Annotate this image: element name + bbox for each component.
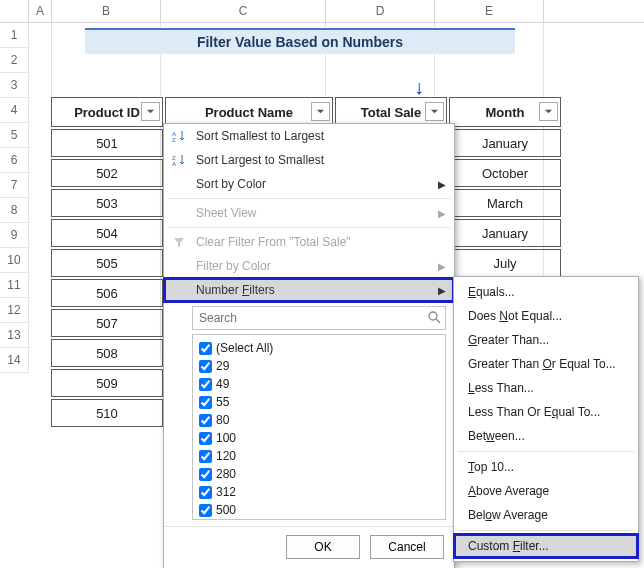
row-head[interactable]: 11 <box>0 273 28 298</box>
value-row[interactable]: 312 <box>199 483 439 501</box>
filter-greater[interactable]: Greater Than... <box>454 328 638 352</box>
sort-desc-icon: ZA <box>170 153 188 167</box>
filter-button[interactable] <box>311 102 330 121</box>
clear-filter-icon <box>170 235 188 249</box>
col-head-a[interactable]: A <box>29 0 52 22</box>
svg-point-4 <box>429 312 437 320</box>
value-row[interactable]: 280 <box>199 465 439 483</box>
row-head[interactable]: 7 <box>0 173 28 198</box>
value-row[interactable]: 500 <box>199 501 439 519</box>
header-label: Product Name <box>205 105 293 120</box>
col-head-c[interactable]: C <box>161 0 326 22</box>
filter-values-list[interactable]: (Select All) 29 49 55 80 100 120 280 312… <box>192 334 446 520</box>
filter-greater-eq[interactable]: Greater Than Or Equal To... <box>454 352 638 376</box>
row-head[interactable]: 9 <box>0 223 28 248</box>
search-icon <box>427 310 441 327</box>
menu-label: Filter by Color <box>196 259 271 273</box>
number-filters-submenu: Equals... Does Not Equal... Greater Than… <box>453 276 639 562</box>
check-label: 49 <box>216 377 229 391</box>
row-head[interactable]: 6 <box>0 148 28 173</box>
page-title: Filter Value Based on Numbers <box>85 28 515 54</box>
row-head[interactable]: 3 <box>0 73 28 98</box>
row-head[interactable]: 14 <box>0 348 28 373</box>
search-input[interactable] <box>197 310 427 326</box>
chevron-right-icon: ▶ <box>438 261 446 272</box>
ok-button[interactable]: OK <box>286 535 360 559</box>
column-headers: A B C D E <box>0 0 644 23</box>
menu-label: Number Filters <box>196 283 275 297</box>
chevron-right-icon: ▶ <box>438 179 446 190</box>
value-row[interactable]: 55 <box>199 393 439 411</box>
cancel-button[interactable]: Cancel <box>370 535 444 559</box>
header-label: Month <box>486 105 525 120</box>
menu-label: Clear Filter From "Total Sale" <box>196 235 351 249</box>
select-all-row[interactable]: (Select All) <box>199 339 439 357</box>
filter-search[interactable] <box>192 306 446 330</box>
col-head-d[interactable]: D <box>326 0 435 22</box>
check-label: 80 <box>216 413 229 427</box>
header-product-id[interactable]: Product ID <box>51 97 163 127</box>
checkbox[interactable] <box>199 486 212 499</box>
filter-above-avg[interactable]: Above Average <box>454 479 638 503</box>
row-head[interactable]: 13 <box>0 323 28 348</box>
filter-button[interactable] <box>141 102 160 121</box>
value-row[interactable]: 80 <box>199 411 439 429</box>
number-filters[interactable]: Number Filters ▶ <box>164 278 454 302</box>
filter-button[interactable] <box>425 102 444 121</box>
checkbox[interactable] <box>199 468 212 481</box>
filter-equals[interactable]: Equals... <box>454 280 638 304</box>
filter-less[interactable]: Less Than... <box>454 376 638 400</box>
filter-top10[interactable]: Top 10... <box>454 455 638 479</box>
checkbox[interactable] <box>199 342 212 355</box>
col-head-e[interactable]: E <box>435 0 544 22</box>
filter-by-color: Filter by Color ▶ <box>164 254 454 278</box>
menu-label: Sort by Color <box>196 177 266 191</box>
checkbox[interactable] <box>199 450 212 463</box>
header-label: Total Sale <box>361 105 421 120</box>
value-row[interactable]: 100 <box>199 429 439 447</box>
row-head[interactable]: 12 <box>0 298 28 323</box>
chevron-right-icon: ▶ <box>438 285 446 296</box>
checkbox[interactable] <box>199 378 212 391</box>
filter-button[interactable] <box>539 102 558 121</box>
menu-label: Sheet View <box>196 206 257 220</box>
checkbox[interactable] <box>199 414 212 427</box>
checkbox[interactable] <box>199 504 212 517</box>
menu-label: Sort Largest to Smallest <box>196 153 324 167</box>
row-head[interactable]: 1 <box>0 23 28 48</box>
header-label: Product ID <box>74 105 140 120</box>
row-head[interactable]: 4 <box>0 98 28 123</box>
value-row[interactable]: 29 <box>199 357 439 375</box>
sort-descending[interactable]: ZA Sort Largest to Smallest <box>164 148 454 172</box>
chevron-right-icon: ▶ <box>438 208 446 219</box>
check-label: (Select All) <box>216 341 273 355</box>
row-head[interactable]: 5 <box>0 123 28 148</box>
check-label: 280 <box>216 467 236 481</box>
value-row[interactable]: 120 <box>199 447 439 465</box>
sort-by-color[interactable]: Sort by Color ▶ <box>164 172 454 196</box>
checkbox[interactable] <box>199 432 212 445</box>
check-label: 120 <box>216 449 236 463</box>
filter-below-avg[interactable]: Below Average <box>454 503 638 527</box>
clear-filter: Clear Filter From "Total Sale" <box>164 230 454 254</box>
svg-text:A: A <box>172 161 176 167</box>
header-month[interactable]: Month <box>449 97 561 127</box>
filter-not-equal[interactable]: Does Not Equal... <box>454 304 638 328</box>
row-head[interactable]: 10 <box>0 248 28 273</box>
filter-custom[interactable]: Custom Filter... <box>454 534 638 558</box>
svg-line-5 <box>436 319 440 323</box>
col-head-b[interactable]: B <box>52 0 161 22</box>
filter-between[interactable]: Between... <box>454 424 638 448</box>
check-label: 100 <box>216 431 236 445</box>
check-label: 312 <box>216 485 236 499</box>
sort-asc-icon: AZ <box>170 129 188 143</box>
row-head[interactable]: 2 <box>0 48 28 73</box>
checkbox[interactable] <box>199 396 212 409</box>
filter-dropdown: AZ Sort Smallest to Largest ZA Sort Larg… <box>163 123 455 568</box>
value-row[interactable]: 49 <box>199 375 439 393</box>
checkbox[interactable] <box>199 360 212 373</box>
sort-ascending[interactable]: AZ Sort Smallest to Largest <box>164 124 454 148</box>
filter-less-eq[interactable]: Less Than Or Equal To... <box>454 400 638 424</box>
sheet-view: Sheet View ▶ <box>164 201 454 225</box>
row-head[interactable]: 8 <box>0 198 28 223</box>
